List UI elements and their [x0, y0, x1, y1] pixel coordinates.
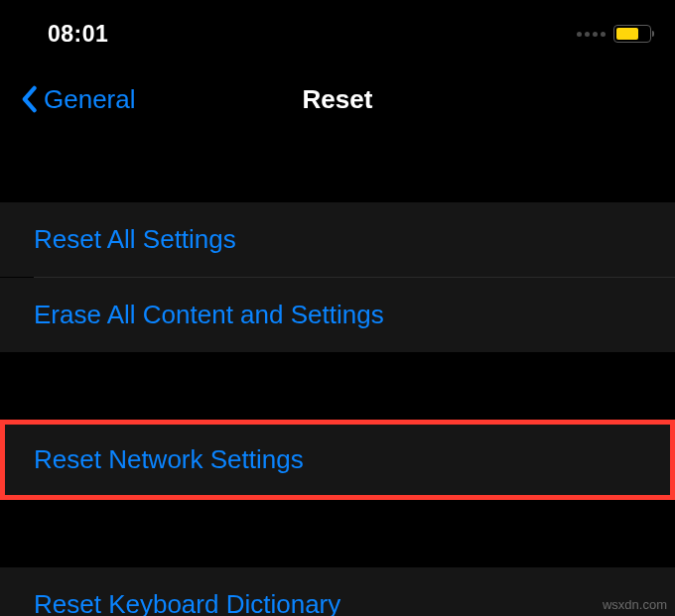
cellular-signal-icon	[577, 32, 606, 37]
highlight-box: Reset Network Settings	[0, 420, 675, 500]
nav-bar: General Reset	[0, 63, 675, 143]
group-spacer	[0, 143, 675, 202]
watermark: wsxdn.com	[603, 597, 667, 612]
reset-keyboard-dictionary-cell[interactable]: Reset Keyboard Dictionary	[0, 567, 675, 616]
status-time: 08:01	[48, 21, 108, 48]
back-button[interactable]: General	[20, 84, 136, 115]
reset-network-settings-cell[interactable]: Reset Network Settings	[5, 425, 670, 495]
page-title: Reset	[303, 84, 373, 115]
content: Reset All Settings Erase All Content and…	[0, 143, 675, 616]
group-spacer	[0, 500, 675, 567]
group-spacer	[0, 352, 675, 420]
erase-all-content-cell[interactable]: Erase All Content and Settings	[0, 278, 675, 352]
battery-fill	[616, 28, 638, 40]
status-bar: 08:01	[0, 0, 675, 63]
back-label: General	[44, 84, 136, 115]
reset-all-settings-cell[interactable]: Reset All Settings	[0, 202, 675, 277]
chevron-left-icon	[20, 85, 38, 113]
battery-icon	[613, 25, 651, 43]
status-right	[577, 25, 651, 43]
